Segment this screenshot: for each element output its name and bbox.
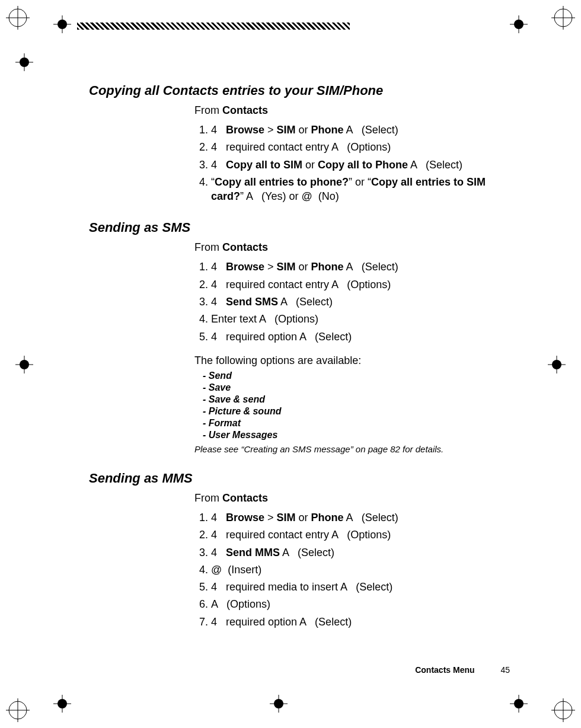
option-item: Save & send [203, 394, 516, 405]
steps-copying: 4 Browse > SIM or Phone A (Select) 4 req… [194, 123, 516, 203]
options-list: Send Save Save & send Picture & sound Fo… [203, 371, 516, 440]
step: 4 Send MMS A (Select) [211, 545, 516, 560]
step: 4 Copy all to SIM or Copy all to Phone A… [211, 158, 516, 172]
from-line-mms: From Contacts [194, 492, 516, 505]
sms-note: Please see “Creating an SMS message” on … [194, 444, 516, 454]
reg-mark-left-top [15, 53, 33, 71]
heading-copying: Copying all Contacts entries to your SIM… [89, 83, 516, 98]
from-value: Contacts [222, 104, 268, 116]
crop-mark-bottom-right [551, 698, 575, 722]
step: A (Options) [211, 597, 516, 611]
options-intro: The following options are available: [194, 355, 516, 367]
option-item: Save [203, 382, 516, 393]
reg-mark-top-right [510, 15, 528, 33]
steps-mms: 4 Browse > SIM or Phone A (Select) 4 req… [194, 510, 516, 629]
step: 4 Browse > SIM or Phone A (Select) [211, 260, 516, 274]
steps-sms: 4 Browse > SIM or Phone A (Select) 4 req… [194, 260, 516, 343]
step: 4 required media to insert A (Select) [211, 580, 516, 594]
step: 4 Browse > SIM or Phone A (Select) [211, 510, 516, 525]
crop-mark-top-right [551, 6, 575, 30]
reg-mark-bottom-right [510, 695, 528, 713]
from-label: From [194, 241, 219, 253]
heading-mms: Sending as MMS [89, 471, 516, 486]
step: “Copy all entries to phone?” or “Copy al… [211, 175, 516, 204]
step: 4 required contact entry A (Options) [211, 528, 516, 542]
option-item: Format [203, 418, 516, 429]
step: 4 Browse > SIM or Phone A (Select) [211, 123, 516, 137]
heading-sms: Sending as SMS [89, 220, 516, 235]
from-label: From [194, 492, 219, 504]
page-footer: Contacts Menu 45 [415, 665, 510, 675]
from-value: Contacts [222, 492, 268, 504]
step: @ (Insert) [211, 563, 516, 577]
from-label: From [194, 104, 219, 116]
reg-mark-bottom-mid [270, 695, 288, 713]
from-line-sms: From Contacts [194, 241, 516, 254]
step: Enter text A (Options) [211, 312, 516, 326]
reg-mark-bottom-left [53, 695, 71, 713]
step: 4 required contact entry A (Options) [211, 277, 516, 292]
step: 4 required option A (Select) [211, 615, 516, 629]
page-content: Copying all Contacts entries to your SIM… [89, 83, 516, 636]
option-item: User Messages [203, 430, 516, 440]
step: 4 required contact entry A (Options) [211, 140, 516, 154]
crop-mark-top-left [6, 6, 30, 30]
crop-mark-bottom-left [6, 698, 30, 722]
decorative-pattern [77, 23, 350, 30]
reg-mark-right-mid [548, 356, 566, 373]
reg-mark-top-left [53, 15, 71, 33]
step: 4 required option A (Select) [211, 330, 516, 344]
option-item: Send [203, 371, 516, 381]
reg-mark-left-mid [15, 356, 33, 373]
option-item: Picture & sound [203, 406, 516, 417]
footer-title: Contacts Menu [415, 665, 474, 675]
step: 4 Send SMS A (Select) [211, 295, 516, 309]
from-line-copying: From Contacts [194, 104, 516, 117]
from-value: Contacts [222, 241, 268, 253]
footer-page-number: 45 [500, 665, 510, 675]
